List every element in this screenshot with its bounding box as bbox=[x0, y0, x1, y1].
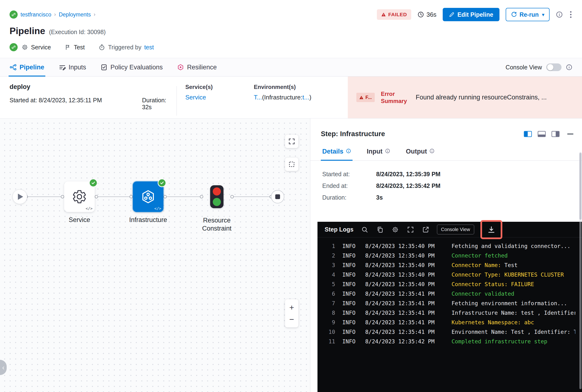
chevron-right-icon: › bbox=[54, 12, 56, 18]
pipeline-graph-canvas[interactable]: </> Service </> Infrastructure Resource … bbox=[0, 118, 310, 392]
zoom-controls: + − bbox=[285, 299, 298, 328]
tab-input[interactable]: Input bbox=[367, 148, 390, 160]
stage-summary-bar: deploy Started at: 8/24/2023, 12:35:11 P… bbox=[0, 76, 582, 118]
infrastructure-icon bbox=[140, 189, 156, 204]
breadcrumb-deployments[interactable]: Deployments bbox=[59, 12, 91, 18]
gear-icon bbox=[22, 44, 28, 50]
resource-constraint-node[interactable] bbox=[210, 185, 224, 208]
trigger-user-link[interactable]: test bbox=[144, 44, 154, 51]
start-node[interactable] bbox=[13, 189, 27, 204]
log-message: Connector Status: FAILURE bbox=[451, 281, 575, 287]
failed-badge-small: F... bbox=[356, 93, 375, 102]
breadcrumb-project[interactable]: testfrancisco bbox=[21, 12, 51, 18]
template-code-badge: </> bbox=[154, 206, 161, 211]
search-icon[interactable] bbox=[361, 226, 369, 234]
warning-icon bbox=[381, 12, 386, 17]
elapsed-time: 36s bbox=[417, 11, 436, 18]
log-line: 5INFO8/24/2023 12:35:40 PMConnector Stat… bbox=[317, 280, 582, 289]
page-title: Pipeline bbox=[10, 26, 45, 36]
tab-inputs[interactable]: Inputs bbox=[59, 58, 86, 76]
info-icon[interactable] bbox=[556, 11, 563, 18]
log-message: Kubernetes Namespace: abc bbox=[451, 319, 575, 326]
copy-icon[interactable] bbox=[376, 226, 384, 234]
zoom-out-button[interactable]: − bbox=[289, 315, 294, 323]
log-message: Fetching environment information... bbox=[451, 300, 575, 306]
refresh-icon bbox=[511, 12, 517, 18]
layout-split-view-icon[interactable] bbox=[524, 131, 532, 137]
fit-to-screen-button[interactable] bbox=[285, 135, 298, 148]
settings-gear-icon[interactable] bbox=[391, 226, 399, 234]
edit-pipeline-button[interactable]: Edit Pipeline bbox=[443, 8, 499, 21]
log-line: 8INFO8/24/2023 12:35:41 PMInfrastructure… bbox=[317, 308, 582, 318]
log-message: Connector Type: KUBERNETES_CLUSTER bbox=[451, 272, 575, 278]
log-line: 10INFO8/24/2023 12:35:41 PMEnvironment N… bbox=[317, 327, 582, 337]
log-lines: 1INFO8/24/2023 12:35:40 PMFetching and v… bbox=[317, 238, 582, 346]
tab-resilience[interactable]: Resilience bbox=[177, 58, 217, 76]
error-summary-message: Found already running resourceConstrains… bbox=[416, 94, 573, 101]
green-light-icon bbox=[213, 198, 221, 206]
resilience-icon bbox=[177, 64, 184, 71]
tab-details[interactable]: Details bbox=[322, 148, 351, 160]
environment-link[interactable]: T... bbox=[254, 94, 262, 101]
minimize-panel-button[interactable] bbox=[567, 134, 573, 134]
fullscreen-icon[interactable] bbox=[406, 226, 415, 234]
expand-icon bbox=[288, 138, 295, 145]
download-icon[interactable] bbox=[487, 226, 495, 234]
edge-connector-dot bbox=[95, 195, 98, 198]
info-icon[interactable] bbox=[566, 64, 572, 70]
stage-started-at: Started at: 8/24/2023, 12:35:11 PM bbox=[10, 97, 142, 111]
policy-check-icon bbox=[101, 64, 108, 71]
link-icon bbox=[10, 43, 18, 51]
tab-output[interactable]: Output bbox=[406, 148, 435, 160]
service-node[interactable]: </> bbox=[64, 182, 95, 212]
inputs-icon bbox=[59, 64, 66, 71]
more-options-icon[interactable] bbox=[569, 10, 572, 19]
execution-tabbar: Pipeline Inputs Policy Evaluations Resil… bbox=[0, 58, 582, 76]
infrastructure-link[interactable]: t... bbox=[302, 94, 309, 101]
service-link[interactable]: Service bbox=[185, 94, 245, 101]
log-line: 7INFO8/24/2023 12:35:41 PMFetching envir… bbox=[317, 298, 582, 308]
scrollbar-track bbox=[579, 152, 581, 389]
tab-policy-evaluations[interactable]: Policy Evaluations bbox=[101, 58, 163, 76]
layout-bottom-view-icon[interactable] bbox=[538, 131, 546, 137]
rerun-button[interactable]: Re-run ▾ bbox=[506, 8, 549, 21]
open-in-new-icon[interactable] bbox=[422, 226, 430, 234]
stopwatch-icon bbox=[99, 44, 105, 50]
log-line: 1INFO8/24/2023 12:35:40 PMFetching and v… bbox=[317, 241, 582, 251]
graph-edge bbox=[26, 196, 63, 197]
step-details: Started at: 8/24/2023, 12:35:39 PM Ended… bbox=[310, 161, 582, 202]
template-code-badge: </> bbox=[86, 206, 93, 211]
services-label: Service(s) bbox=[185, 84, 245, 90]
log-message: Connector validated bbox=[451, 291, 575, 297]
log-message: Connector fetched bbox=[451, 252, 575, 259]
infrastructure-node[interactable]: </> bbox=[133, 182, 163, 212]
tab-pipeline[interactable]: Pipeline bbox=[10, 58, 44, 76]
console-view-toggle[interactable] bbox=[546, 64, 561, 71]
environments-value: T...(Infrastructure:t...) bbox=[254, 94, 311, 101]
gear-icon bbox=[72, 189, 87, 204]
end-node[interactable] bbox=[271, 190, 284, 204]
collapse-left-arrow[interactable]: ‹ bbox=[0, 360, 7, 375]
log-message: Completed infrastructure step bbox=[451, 338, 575, 344]
download-highlight-annotation bbox=[480, 220, 502, 239]
stop-icon bbox=[275, 194, 280, 199]
edge-connector-dot bbox=[130, 195, 133, 198]
detail-row: Duration: 3s bbox=[322, 194, 582, 202]
log-line: 4INFO8/24/2023 12:35:40 PMConnector Type… bbox=[317, 270, 582, 280]
log-message: Infrastructure Name: test , Identifier: bbox=[451, 310, 575, 316]
error-summary-label: Error Summary bbox=[381, 90, 409, 105]
clock-icon bbox=[417, 11, 424, 18]
step-panel-tabs: Details Input Output bbox=[310, 148, 582, 161]
stage-name: deploy bbox=[10, 83, 177, 90]
console-view-button[interactable]: Console View bbox=[437, 224, 474, 234]
step-logs-title: Step Logs bbox=[325, 226, 353, 233]
test-meta: Test bbox=[65, 44, 85, 51]
triggered-by: Triggered by test bbox=[99, 44, 154, 51]
layout-right-view-icon[interactable] bbox=[551, 131, 559, 137]
link-icon bbox=[10, 10, 18, 18]
zoom-in-button[interactable]: + bbox=[289, 303, 294, 312]
marquee-select-button[interactable] bbox=[285, 158, 298, 171]
edge-connector-dot bbox=[230, 195, 234, 198]
breadcrumb: testfrancisco › Deployments › bbox=[10, 10, 95, 18]
scrollbar-thumb[interactable] bbox=[579, 153, 581, 220]
